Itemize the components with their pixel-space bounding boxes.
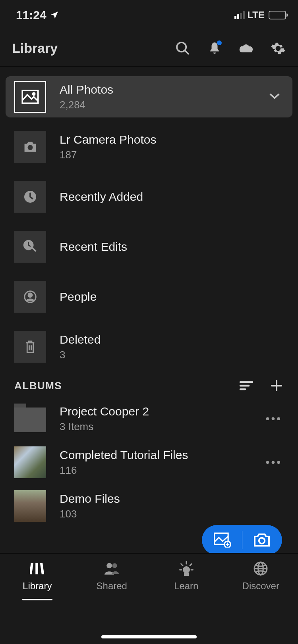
- tab-label: Discover: [242, 581, 279, 592]
- signal-icon: [234, 11, 245, 19]
- item-title: All Photos: [60, 83, 255, 96]
- tab-library[interactable]: Library: [0, 561, 75, 644]
- expand-button[interactable]: [269, 92, 284, 101]
- tab-learn[interactable]: Learn: [149, 561, 224, 644]
- svg-point-8: [28, 293, 32, 297]
- svg-rect-21: [40, 563, 44, 575]
- network-label: LTE: [247, 10, 265, 21]
- person-icon: [14, 281, 46, 313]
- clock-icon: [14, 181, 46, 213]
- trash-icon: [14, 331, 46, 363]
- item-count: 3: [60, 349, 284, 361]
- bottom-tab-bar: Library Shared Learn Discover: [0, 553, 298, 644]
- tab-label: Learn: [174, 581, 198, 592]
- item-count: 187: [60, 149, 284, 161]
- photo-icon: [14, 81, 46, 113]
- album-count: 103: [60, 508, 284, 520]
- battery-icon: [269, 11, 286, 19]
- item-text: Lr Camera Photos 187: [60, 133, 284, 161]
- camera-icon: [253, 533, 271, 547]
- album-folder-project-cooper[interactable]: Project Cooper 2 3 Items •••: [6, 397, 292, 440]
- albums-section-header: ALBUMS: [6, 367, 292, 397]
- capture-photo-button[interactable]: [252, 533, 272, 547]
- tab-shared[interactable]: Shared: [75, 561, 149, 644]
- item-text: Recent Edits: [60, 240, 284, 254]
- sort-button[interactable]: [239, 379, 253, 393]
- clock-edit-icon: [14, 231, 46, 263]
- discover-icon: [253, 561, 268, 577]
- shared-icon: [104, 561, 120, 577]
- album-text: Completed Tutorial Files 116: [60, 448, 252, 477]
- header-actions: [175, 40, 286, 56]
- tab-label: Library: [23, 581, 52, 592]
- svg-point-24: [183, 567, 189, 573]
- notifications-button[interactable]: [207, 40, 223, 56]
- add-album-button[interactable]: [269, 379, 284, 393]
- tab-label: Shared: [97, 581, 127, 592]
- library-item-all-photos[interactable]: All Photos 2,284: [6, 76, 292, 117]
- notification-badge: [217, 40, 222, 45]
- library-item-recent-edits[interactable]: Recent Edits: [6, 226, 292, 267]
- item-title: Recently Added: [60, 190, 284, 204]
- svg-line-1: [185, 50, 189, 54]
- item-text: Deleted 3: [60, 333, 284, 361]
- location-icon: [50, 10, 59, 20]
- album-more-button[interactable]: •••: [266, 456, 284, 469]
- search-button[interactable]: [175, 40, 191, 56]
- album-count: 116: [60, 464, 252, 477]
- item-text: People: [60, 290, 284, 304]
- album-title: Completed Tutorial Files: [60, 448, 252, 462]
- folder-icon: [14, 403, 46, 434]
- svg-line-27: [190, 564, 192, 566]
- svg-point-4: [28, 145, 33, 150]
- active-indicator: [22, 599, 52, 600]
- album-thumbnail: [14, 490, 46, 522]
- item-title: Deleted: [60, 333, 284, 346]
- svg-point-23: [112, 563, 117, 568]
- camera-icon: [14, 131, 46, 163]
- item-count: 2,284: [60, 99, 255, 111]
- item-title: Recent Edits: [60, 240, 284, 254]
- svg-line-26: [181, 564, 183, 566]
- app-header: Library: [0, 30, 298, 67]
- tab-discover[interactable]: Discover: [224, 561, 298, 644]
- album-text: Demo Files 103: [60, 492, 284, 520]
- album-demo-files[interactable]: Demo Files 103: [6, 484, 292, 528]
- item-text: Recently Added: [60, 190, 284, 204]
- plus-icon: [270, 379, 283, 392]
- chevron-down-icon: [269, 92, 281, 100]
- library-item-people[interactable]: People: [6, 276, 292, 317]
- svg-rect-19: [30, 563, 33, 575]
- svg-point-18: [259, 538, 264, 544]
- album-title: Demo Files: [60, 492, 284, 506]
- album-completed-tutorial[interactable]: Completed Tutorial Files 116 •••: [6, 440, 292, 484]
- svg-point-0: [177, 42, 186, 52]
- album-text: Project Cooper 2 3 Items: [60, 405, 252, 433]
- gear-icon: [271, 41, 286, 56]
- library-item-deleted[interactable]: Deleted 3: [6, 326, 292, 367]
- album-more-button[interactable]: •••: [266, 412, 284, 425]
- home-indicator[interactable]: [101, 635, 197, 638]
- import-photo-button[interactable]: [213, 533, 232, 548]
- add-fab: [202, 525, 282, 555]
- search-icon: [175, 40, 191, 56]
- library-item-camera-photos[interactable]: Lr Camera Photos 187: [6, 126, 292, 167]
- album-title: Project Cooper 2: [60, 405, 252, 418]
- settings-button[interactable]: [270, 40, 286, 56]
- item-title: Lr Camera Photos: [60, 133, 284, 146]
- fab-divider: [242, 531, 242, 549]
- cloud-button[interactable]: [238, 40, 254, 56]
- svg-point-22: [107, 563, 112, 569]
- status-right: LTE: [234, 10, 286, 21]
- album-thumbnail: [14, 446, 46, 478]
- cloud-icon: [238, 42, 254, 55]
- item-title: People: [60, 290, 284, 304]
- library-item-recently-added[interactable]: Recently Added: [6, 176, 292, 217]
- svg-point-3: [33, 93, 35, 95]
- item-text: All Photos 2,284: [60, 83, 255, 111]
- learn-icon: [178, 561, 194, 577]
- library-icon: [30, 561, 45, 577]
- content-scroll[interactable]: All Photos 2,284 Lr Camera Photos 187 Re…: [0, 67, 298, 528]
- section-title: ALBUMS: [14, 380, 239, 392]
- status-bar: 11:24 LTE: [0, 0, 298, 30]
